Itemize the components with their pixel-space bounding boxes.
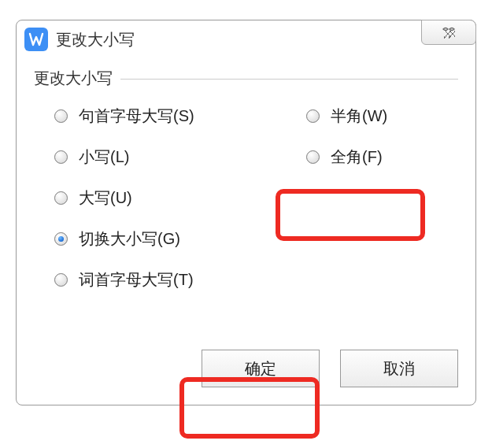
radio-uppercase[interactable]: 大写(U) [54, 187, 267, 209]
radio-lowercase[interactable]: 小写(L) [54, 146, 267, 168]
radio-label: 切换大小写(G) [79, 228, 180, 250]
cancel-button[interactable]: 取消 [340, 350, 458, 387]
dialog-buttons: 确定 取消 [202, 350, 458, 387]
radio-full-width[interactable]: 全角(F) [306, 146, 387, 168]
title-bar: 更改大小写 ꭙꭙ [17, 20, 475, 58]
radio-title-case[interactable]: 词首字母大写(T) [54, 268, 267, 291]
close-button[interactable]: ꭙꭙ [421, 20, 476, 45]
dialog-title: 更改大小写 [56, 29, 135, 50]
radio-label: 小写(L) [79, 146, 129, 168]
radio-label: 大写(U) [79, 187, 132, 209]
radio-label: 句首字母大写(S) [79, 106, 194, 127]
radio-icon [54, 191, 68, 205]
radio-icon [54, 273, 68, 287]
radio-icon [306, 109, 320, 123]
radio-icon [54, 232, 68, 246]
radio-icon [306, 150, 320, 164]
options-column-right: 半角(W) 全角(F) [306, 105, 387, 291]
radio-toggle-case[interactable]: 切换大小写(G) [54, 228, 267, 250]
radio-icon [54, 150, 68, 164]
ok-button[interactable]: 确定 [202, 350, 320, 387]
fieldset-divider [120, 79, 458, 80]
cancel-button-label: 取消 [383, 358, 415, 380]
change-case-dialog: 更改大小写 ꭙꭙ 更改大小写 句首字母大写(S) 小写 [16, 20, 476, 405]
fieldset-legend: 更改大小写 [34, 68, 114, 89]
app-icon [24, 28, 48, 51]
options-column-left: 句首字母大写(S) 小写(L) 大写(U) 切换大小写(G) [54, 105, 267, 291]
radio-half-width[interactable]: 半角(W) [306, 105, 387, 127]
change-case-fieldset: 更改大小写 句首字母大写(S) 小写(L) 大写(U) [34, 68, 458, 291]
ok-button-label: 确定 [245, 358, 276, 380]
dialog-body: 更改大小写 句首字母大写(S) 小写(L) 大写(U) [17, 58, 475, 405]
options-container: 句首字母大写(S) 小写(L) 大写(U) 切换大小写(G) [34, 89, 458, 291]
radio-label: 半角(W) [331, 106, 387, 127]
close-icon: ꭙꭙ [444, 26, 453, 39]
radio-label: 词首字母大写(T) [79, 269, 194, 291]
radio-sentence-case[interactable]: 句首字母大写(S) [54, 105, 267, 127]
radio-icon [54, 109, 68, 123]
radio-label: 全角(F) [331, 146, 383, 168]
